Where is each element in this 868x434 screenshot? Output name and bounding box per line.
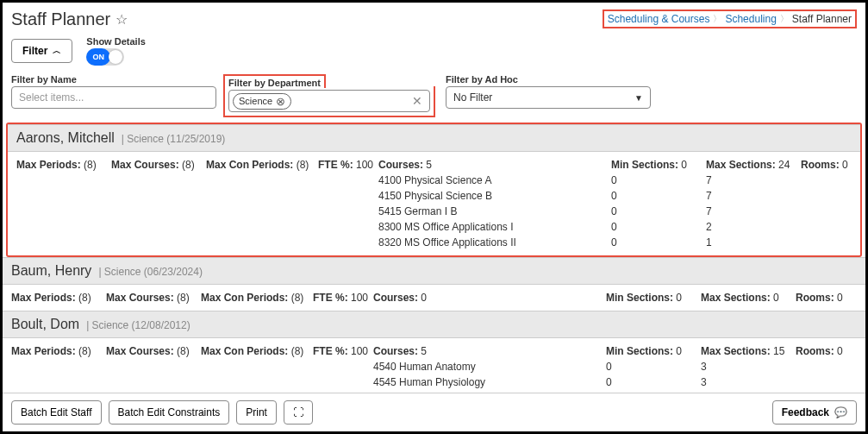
staff-meta: | Science (06/23/2024): [98, 266, 203, 278]
fte-value: 100: [351, 345, 368, 357]
staff-name: Baum, Henry: [11, 263, 91, 279]
show-details-toggle[interactable]: ON: [86, 48, 124, 66]
max-periods-label: Max Periods:: [16, 159, 81, 171]
max-sections-value: 15: [773, 345, 784, 357]
max-con-label: Max Con Periods:: [206, 159, 293, 171]
rooms-value: 0: [837, 292, 843, 304]
print-button[interactable]: Print: [236, 400, 277, 425]
course-min: 0: [611, 236, 706, 248]
chip-label: Science: [239, 96, 272, 106]
course-max: 7: [706, 174, 801, 186]
course-name: 4545 Human Physiology: [373, 376, 606, 388]
max-sections-value: 24: [778, 159, 790, 171]
max-courses-value: (8): [182, 159, 195, 171]
filter-by-department-input[interactable]: Science ⊗ ✕: [228, 90, 430, 112]
max-periods-value: (8): [78, 345, 91, 357]
staff-header[interactable]: Baum, Henry | Science (06/23/2024): [3, 258, 865, 285]
staff-section: Aarons, Mitchell | Science (11/25/2019) …: [8, 124, 860, 255]
course-min: 0: [611, 190, 706, 202]
course-row: 4100 Physical Science A07: [16, 171, 852, 186]
filter-toggle-button[interactable]: Filter ︿: [11, 39, 72, 63]
filter-by-department-label: Filter by Department: [223, 74, 326, 88]
rooms-label: Rooms:: [796, 292, 834, 304]
staff-meta: | Science (12/08/2012): [86, 319, 190, 331]
filter-by-name-input[interactable]: [11, 86, 216, 109]
course-row: 4540 Human Anatomy03: [11, 357, 857, 373]
max-sections-label: Max Sections:: [701, 292, 771, 304]
course-name: 4540 Human Anatomy: [373, 361, 606, 373]
fullscreen-button[interactable]: ⛶: [284, 400, 313, 425]
staff-section: Boult, Dom | Science (12/08/2012) Max Pe…: [3, 311, 865, 393]
courses-count: 0: [421, 292, 427, 304]
min-sections-value: 0: [681, 159, 687, 171]
max-courses-value: (8): [177, 345, 190, 357]
max-sections-label: Max Sections:: [701, 345, 771, 357]
filter-by-name-label: Filter by Name: [11, 74, 216, 85]
fte-label: FTE %:: [318, 159, 353, 171]
speech-bubble-icon: 💬: [834, 406, 847, 418]
staff-section: Baum, Henry | Science (06/23/2024) Max P…: [3, 257, 865, 311]
course-max: 3: [701, 361, 796, 373]
course-name: 8320 MS Office Applications II: [378, 236, 611, 248]
course-max: 7: [706, 190, 801, 202]
toggle-knob: [109, 50, 122, 64]
chevron-right-icon: 〉: [713, 13, 721, 25]
page-title: Staff Planner: [11, 9, 110, 29]
filter-by-adhoc-label: Filter by Ad Hoc: [446, 74, 651, 85]
rooms-label: Rooms:: [801, 159, 840, 171]
fte-label: FTE %:: [313, 292, 348, 304]
fte-value: 100: [356, 159, 373, 171]
batch-edit-constraints-button[interactable]: Batch Edit Constraints: [109, 400, 230, 425]
toggle-on-text: ON: [86, 48, 110, 66]
caret-down-icon: ▼: [634, 93, 643, 103]
course-row: 8300 MS Office Applications I02: [16, 217, 852, 233]
filter-button-label: Filter: [22, 45, 47, 57]
course-max: 2: [706, 221, 801, 233]
courses-count: 5: [421, 345, 427, 357]
min-sections-label: Min Sections:: [606, 345, 673, 357]
min-sections-value: 0: [676, 292, 682, 304]
max-periods-value: (8): [84, 159, 97, 171]
courses-label: Courses:: [373, 292, 418, 304]
max-periods-label: Max Periods:: [11, 345, 76, 357]
max-con-value: (8): [291, 292, 304, 304]
course-name: 4100 Physical Science A: [378, 174, 611, 186]
department-chip: Science ⊗: [233, 93, 291, 110]
fullscreen-icon: ⛶: [293, 406, 303, 418]
staff-header[interactable]: Aarons, Mitchell | Science (11/25/2019): [8, 125, 860, 152]
max-con-label: Max Con Periods:: [201, 345, 288, 357]
footer-toolbar: Batch Edit Staff Batch Edit Constraints …: [3, 393, 865, 431]
max-sections-label: Max Sections:: [706, 159, 776, 171]
course-row: 8320 MS Office Applications II01: [16, 233, 852, 248]
course-min: 0: [611, 174, 706, 186]
batch-edit-staff-button[interactable]: Batch Edit Staff: [11, 400, 102, 425]
breadcrumb-link-1[interactable]: Scheduling & Courses: [608, 13, 710, 25]
min-sections-value: 0: [676, 345, 682, 357]
course-row: 4545 Human Physiology03: [11, 373, 857, 388]
max-courses-label: Max Courses:: [111, 159, 179, 171]
highlighted-staff-block: Aarons, Mitchell | Science (11/25/2019) …: [6, 123, 862, 257]
rooms-value: 0: [837, 345, 843, 357]
staff-header[interactable]: Boult, Dom | Science (12/08/2012): [3, 311, 865, 338]
rooms-value: 0: [842, 159, 848, 171]
min-sections-label: Min Sections:: [611, 159, 678, 171]
max-con-value: (8): [297, 159, 309, 171]
feedback-button[interactable]: Feedback 💬: [772, 400, 857, 425]
breadcrumb: Scheduling & Courses 〉 Scheduling 〉 Staf…: [603, 9, 857, 28]
max-periods-value: (8): [78, 292, 91, 304]
fte-label: FTE %:: [313, 345, 348, 357]
course-name: 4150 Physical Science B: [378, 190, 611, 202]
max-con-label: Max Con Periods:: [201, 292, 288, 304]
course-min: 0: [606, 376, 701, 388]
course-max: 1: [706, 236, 801, 248]
max-courses-label: Max Courses:: [106, 345, 174, 357]
course-min: 0: [611, 221, 706, 233]
clear-input-icon[interactable]: ✕: [412, 94, 426, 108]
staff-name: Boult, Dom: [11, 317, 79, 332]
course-name: 5415 German I B: [378, 205, 611, 217]
favorite-star-icon[interactable]: ☆: [116, 11, 128, 28]
chip-remove-icon[interactable]: ⊗: [276, 95, 285, 108]
course-row: 4150 Physical Science B07: [16, 186, 852, 202]
filter-by-adhoc-select[interactable]: No Filter ▼: [446, 86, 651, 109]
breadcrumb-link-2[interactable]: Scheduling: [725, 13, 776, 25]
